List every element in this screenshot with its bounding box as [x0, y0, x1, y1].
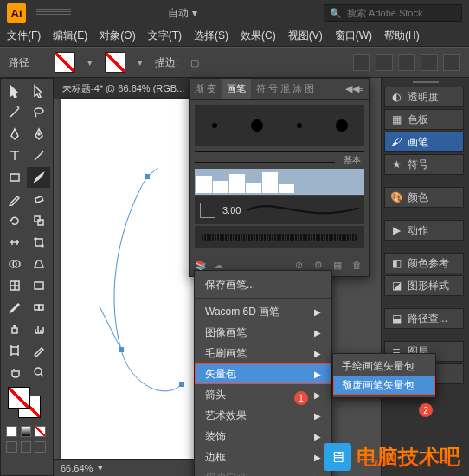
- zoom-tool[interactable]: [27, 362, 50, 383]
- tab-inactive[interactable]: 符 号 混 涂 图: [251, 79, 319, 99]
- menu-edit[interactable]: 编辑(E): [53, 29, 87, 43]
- rectangle-tool[interactable]: [3, 167, 26, 188]
- menu-save-brushes[interactable]: 保存画笔...: [195, 274, 331, 295]
- align-icon[interactable]: [398, 54, 415, 71]
- title-bar: Ai 自动 ▾ 🔍 搜索 Adobe Stock: [0, 0, 469, 26]
- menu-file[interactable]: 文件(F): [7, 29, 41, 43]
- annotation-badge-1: 1: [294, 391, 308, 405]
- panel-symbols[interactable]: ★符号: [384, 154, 464, 175]
- menu-view[interactable]: 视图(V): [288, 29, 323, 43]
- none-mode-icon[interactable]: [35, 426, 46, 437]
- blend-tool[interactable]: [27, 297, 50, 318]
- eraser-tool[interactable]: [27, 189, 50, 209]
- transform-icon[interactable]: [421, 54, 438, 71]
- fill-stroke-indicator[interactable]: [3, 383, 49, 423]
- brush-texture-row[interactable]: [195, 226, 364, 248]
- panel-color[interactable]: 🎨颜色: [384, 187, 464, 208]
- document-tab[interactable]: 未标题-4* @ 66.64% (RGB...: [54, 78, 194, 99]
- fill-color-none[interactable]: [8, 387, 30, 409]
- scale-tool[interactable]: [27, 210, 50, 231]
- align-icon[interactable]: [353, 54, 370, 71]
- panel-color-guide[interactable]: ◧颜色参考: [384, 253, 464, 273]
- zoom-level[interactable]: 66.64%: [61, 463, 93, 473]
- menu-wacom[interactable]: Wacom 6D 画笔▶: [195, 301, 331, 322]
- hand-tool[interactable]: [3, 362, 26, 383]
- chevron-down-icon[interactable]: ▾: [87, 57, 93, 68]
- panel-actions[interactable]: ▶动作: [384, 220, 464, 241]
- submenu-grunge[interactable]: 颓废画笔矢量包: [333, 376, 435, 395]
- shape-builder-tool[interactable]: [3, 254, 26, 274]
- free-transform-tool[interactable]: [27, 232, 50, 253]
- brush-basic-row[interactable]: 基本: [195, 151, 364, 167]
- chevron-down-icon[interactable]: ▾: [138, 57, 143, 68]
- draw-mode-icon[interactable]: [35, 441, 46, 453]
- pen-tool[interactable]: [3, 124, 26, 145]
- artboard-tool[interactable]: [3, 340, 26, 361]
- mesh-tool[interactable]: [3, 275, 26, 296]
- perspective-tool[interactable]: [27, 254, 50, 274]
- svg-point-7: [35, 238, 36, 240]
- menu-borders[interactable]: 边框▶: [195, 447, 331, 467]
- gradient-mode-icon[interactable]: [21, 426, 32, 437]
- symbol-sprayer-tool[interactable]: [3, 318, 26, 339]
- stroke-weight-stepper[interactable]: ▢: [190, 57, 199, 68]
- paintbrush-tool[interactable]: [27, 167, 50, 188]
- type-tool[interactable]: [3, 145, 26, 166]
- panel-transparency[interactable]: ◐透明度: [384, 87, 464, 107]
- panel-swatches[interactable]: ▦色板: [384, 109, 464, 130]
- tab-inactive[interactable]: 渐 变: [190, 79, 222, 99]
- panel-grip-icon[interactable]: [382, 78, 469, 87]
- chevron-down-icon[interactable]: ▾: [98, 462, 103, 473]
- arrange-icon[interactable]: [443, 54, 460, 71]
- draw-mode-icon[interactable]: [6, 441, 17, 453]
- graph-tool[interactable]: [27, 318, 50, 339]
- selection-tool[interactable]: [3, 80, 26, 101]
- stroke-swatch-none[interactable]: [105, 52, 125, 73]
- draw-mode-icon[interactable]: [21, 441, 32, 453]
- menu-artistic[interactable]: 艺术效果▶: [195, 405, 331, 426]
- menu-effect[interactable]: 效果(C): [241, 29, 276, 43]
- panel-graphic-styles[interactable]: ◪图形样式: [384, 275, 464, 296]
- align-icon[interactable]: [376, 54, 393, 71]
- panel-grip-icon[interactable]: [36, 9, 71, 17]
- lasso-tool[interactable]: [27, 102, 50, 123]
- brush-calligraphic-row[interactable]: [195, 169, 364, 195]
- workspace-switcher[interactable]: 自动 ▾: [168, 6, 197, 21]
- panel-brushes[interactable]: 🖌画笔: [384, 132, 464, 152]
- gradient-tool[interactable]: [27, 275, 50, 296]
- panel-menu-icon[interactable]: ≡: [357, 83, 369, 95]
- brush-thumbnails[interactable]: [195, 105, 364, 146]
- line-tool[interactable]: [27, 145, 50, 166]
- menu-help[interactable]: 帮助(H): [384, 29, 420, 43]
- menu-arrows[interactable]: 箭头▶: [195, 384, 331, 405]
- slice-tool[interactable]: [27, 340, 50, 361]
- eyedropper-tool[interactable]: [3, 297, 26, 318]
- delete-icon[interactable]: 🗑: [352, 260, 364, 272]
- menu-window[interactable]: 窗口(W): [335, 29, 372, 43]
- menu-decorative[interactable]: 装饰▶: [195, 426, 331, 447]
- fill-swatch-none[interactable]: [55, 52, 75, 73]
- panel-pathfinder[interactable]: ⬓路径查...: [384, 308, 464, 329]
- curvature-tool[interactable]: [27, 124, 50, 145]
- menu-vector-packs[interactable]: 矢量包▶: [195, 363, 331, 384]
- watermark: 🖥 电脑技术吧: [324, 443, 460, 471]
- pencil-tool[interactable]: [3, 189, 26, 209]
- width-tool[interactable]: [3, 232, 26, 253]
- tab-brushes[interactable]: 画笔: [222, 79, 251, 99]
- menu-object[interactable]: 对象(O): [100, 29, 135, 43]
- search-input[interactable]: 🔍 搜索 Adobe Stock: [324, 4, 462, 22]
- menu-bristle-brushes[interactable]: 毛刷画笔▶: [195, 343, 331, 363]
- direct-selection-tool[interactable]: [27, 80, 50, 101]
- magic-wand-tool[interactable]: [3, 102, 26, 123]
- collapse-icon[interactable]: ◀◀: [345, 83, 357, 95]
- menu-image-brushes[interactable]: 图像画笔▶: [195, 322, 331, 343]
- palette-icon: 🎨: [390, 191, 402, 203]
- new-brush-icon[interactable]: ▦: [333, 260, 345, 272]
- submenu-hand-drawn[interactable]: 手绘画笔矢量包: [333, 357, 435, 376]
- rotate-tool[interactable]: [3, 210, 26, 231]
- color-mode-icon[interactable]: [6, 426, 17, 437]
- menu-select[interactable]: 选择(S): [194, 29, 228, 43]
- brushes-panel: 渐 变 画笔 符 号 混 涂 图 ◀◀ ≡ 基本 3.00 📚 ☁ ⊘ ⚙ ▦ …: [189, 78, 370, 277]
- menu-type[interactable]: 文字(T): [148, 29, 182, 43]
- brush-stroke-row[interactable]: 3.00: [195, 196, 364, 224]
